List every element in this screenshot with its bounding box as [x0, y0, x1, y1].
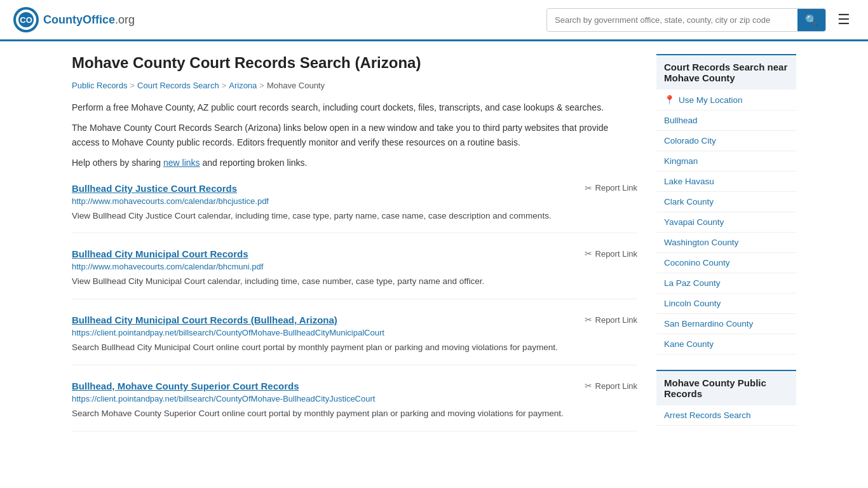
breadcrumb: Public Records > Court Records Search > … — [72, 81, 637, 90]
report-icon: ✂ — [585, 315, 592, 325]
result-desc: Search Bullhead City Municipal Court onl… — [72, 341, 637, 355]
result-item: Bullhead City Municipal Court Records ✂ … — [72, 248, 637, 299]
list-item: Coconino County — [656, 253, 796, 273]
logo-icon: CO — [13, 6, 39, 33]
content-area: Mohave County Court Records Search (Ariz… — [72, 54, 637, 447]
result-desc: View Bullhead City Justice Court calenda… — [72, 210, 637, 223]
result-title-link[interactable]: Bullhead City Municipal Court Records (B… — [72, 315, 337, 325]
sidebar-nearby-link[interactable]: Kingman — [656, 151, 796, 171]
logo-area: CO CountyOffice.org — [13, 6, 135, 33]
search-button[interactable]: 🔍 — [797, 9, 825, 31]
report-link-label: Report Link — [595, 249, 637, 259]
intro-text-1: Perform a free Mohave County, AZ public … — [72, 100, 637, 114]
menu-button[interactable]: ☰ — [832, 9, 855, 30]
sidebar-nearby-title: Court Records Search near Mohave County — [656, 54, 796, 90]
list-item: Kingman — [656, 151, 796, 172]
sidebar-nearby-link[interactable]: Kane County — [656, 334, 796, 354]
site-header: CO CountyOffice.org 🔍 ☰ — [0, 0, 868, 41]
result-url[interactable]: http://www.mohavecourts.com/calendar/bhc… — [72, 262, 637, 271]
report-link-btn[interactable]: ✂ Report Link — [585, 315, 637, 325]
report-icon: ✂ — [585, 183, 592, 193]
report-icon: ✂ — [585, 381, 592, 391]
sidebar-nearby-link[interactable]: La Paz County — [656, 273, 796, 293]
sidebar-nearby-link[interactable]: Washington County — [656, 233, 796, 252]
result-title-link[interactable]: Bullhead City Justice Court Records — [72, 183, 237, 194]
new-links[interactable]: new links — [163, 158, 200, 168]
search-input[interactable] — [547, 10, 797, 30]
breadcrumb-court-records[interactable]: Court Records Search — [137, 81, 219, 90]
intro-text-2: The Mohave County Court Records Search (… — [72, 121, 637, 149]
report-link-label: Report Link — [595, 183, 637, 193]
result-item: Bullhead, Mohave County Superior Court R… — [72, 381, 637, 431]
header-right: 🔍 ☰ — [546, 8, 855, 32]
nearby-list: BullheadColorado CityKingmanLake HavasuC… — [656, 111, 796, 355]
list-item: Kane County — [656, 334, 796, 355]
result-item: Bullhead City Municipal Court Records (B… — [72, 315, 637, 365]
result-url[interactable]: https://client.pointandpay.net/billsearc… — [72, 328, 637, 337]
sidebar-nearby-link[interactable]: Coconino County — [656, 253, 796, 273]
public-records-section: Mohave County Public Records Arrest Reco… — [656, 370, 796, 426]
sidebar-nearby-link[interactable]: Bullhead — [656, 111, 796, 130]
page-title: Mohave County Court Records Search (Ariz… — [72, 54, 637, 72]
sidebar-nearby-link[interactable]: Clark County — [656, 192, 796, 212]
result-title-link[interactable]: Bullhead City Municipal Court Records — [72, 248, 248, 259]
result-url[interactable]: http://www.mohavecourts.com/calendar/bhc… — [72, 196, 637, 206]
breadcrumb-public-records[interactable]: Public Records — [72, 81, 127, 90]
results-container: Bullhead City Justice Court Records ✂ Re… — [72, 183, 637, 432]
result-title-row: Bullhead City Municipal Court Records (B… — [72, 315, 637, 325]
sidebar-public-records-title: Mohave County Public Records — [656, 370, 796, 405]
list-item: Arrest Records Search — [656, 405, 796, 426]
sidebar-nearby-link[interactable]: Yavapai County — [656, 212, 796, 232]
public-records-list: Arrest Records Search — [656, 405, 796, 426]
result-desc: View Bullhead City Municipal Court calen… — [72, 275, 637, 288]
list-item: Colorado City — [656, 131, 796, 151]
result-title-row: Bullhead, Mohave County Superior Court R… — [72, 381, 637, 391]
use-location-link[interactable]: Use My Location — [679, 95, 743, 105]
nearby-section: Court Records Search near Mohave County … — [656, 54, 796, 355]
logo-text: CountyOffice.org — [43, 13, 135, 27]
list-item: Washington County — [656, 233, 796, 253]
help-text: Help others by sharing new links and rep… — [72, 156, 637, 170]
sidebar-nearby-link[interactable]: Lake Havasu — [656, 172, 796, 191]
report-link-label: Report Link — [595, 381, 637, 391]
report-link-btn[interactable]: ✂ Report Link — [585, 381, 637, 391]
location-icon: 📍 — [664, 95, 675, 105]
list-item: Yavapai County — [656, 212, 796, 233]
sidebar-nearby-link[interactable]: Colorado City — [656, 131, 796, 151]
list-item: Lake Havasu — [656, 172, 796, 192]
main-container: Mohave County Court Records Search (Ariz… — [53, 41, 815, 459]
breadcrumb-current: Mohave County — [267, 81, 325, 90]
list-item: Clark County — [656, 192, 796, 212]
list-item: Bullhead — [656, 111, 796, 131]
sidebar-nearby-link[interactable]: San Bernardino County — [656, 314, 796, 334]
use-location: 📍 Use My Location — [656, 90, 796, 111]
result-title-link[interactable]: Bullhead, Mohave County Superior Court R… — [72, 381, 299, 391]
svg-text:CO: CO — [20, 15, 32, 25]
report-icon: ✂ — [585, 248, 592, 259]
result-url[interactable]: https://client.pointandpay.net/billsearc… — [72, 394, 637, 403]
sidebar-public-records-link[interactable]: Arrest Records Search — [656, 405, 796, 425]
report-link-btn[interactable]: ✂ Report Link — [585, 183, 637, 193]
result-desc: Search Mohave County Superior Court onli… — [72, 407, 637, 421]
result-title-row: Bullhead City Municipal Court Records ✂ … — [72, 248, 637, 259]
search-bar: 🔍 — [546, 8, 826, 32]
result-item: Bullhead City Justice Court Records ✂ Re… — [72, 183, 637, 234]
list-item: Lincoln County — [656, 294, 796, 314]
list-item: La Paz County — [656, 273, 796, 294]
breadcrumb-arizona[interactable]: Arizona — [229, 81, 257, 90]
report-link-btn[interactable]: ✂ Report Link — [585, 248, 637, 259]
list-item: San Bernardino County — [656, 314, 796, 334]
sidebar-nearby-link[interactable]: Lincoln County — [656, 294, 796, 313]
sidebar: Court Records Search near Mohave County … — [656, 54, 796, 447]
report-link-label: Report Link — [595, 315, 637, 325]
result-title-row: Bullhead City Justice Court Records ✂ Re… — [72, 183, 637, 194]
